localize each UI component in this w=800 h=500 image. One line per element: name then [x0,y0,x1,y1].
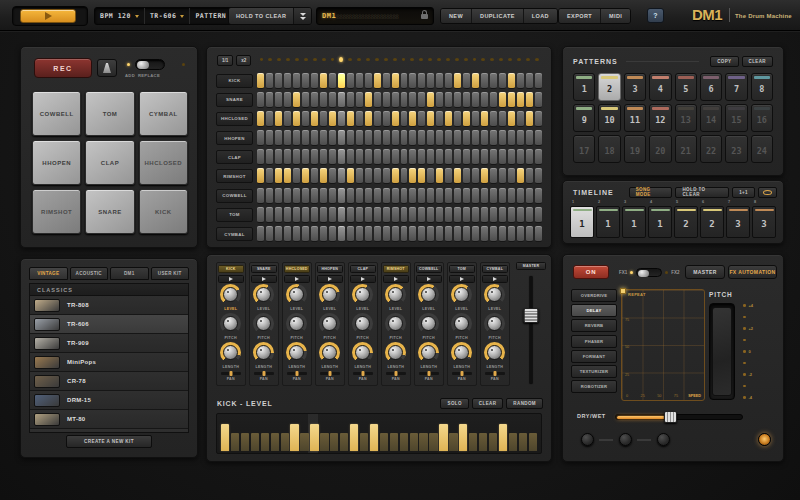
step-cell[interactable] [374,92,381,108]
timeline-slot-6[interactable]: 2 [700,206,724,238]
step-cell[interactable] [329,207,336,223]
kit-dropdown[interactable]: TR-606 [145,8,190,24]
step-cell[interactable] [392,226,399,242]
step-cell[interactable] [499,207,506,223]
drum-pad-tom[interactable]: TOM [85,91,134,136]
step-cell[interactable] [293,226,300,242]
step-cell[interactable] [535,207,542,223]
velocity-bar[interactable] [281,433,289,451]
tab-vintage[interactable]: VINTAGE [29,267,68,280]
load-button[interactable]: LOAD [524,9,557,23]
step-cell[interactable] [445,188,452,204]
step-cell[interactable] [454,188,461,204]
step-cell[interactable] [463,149,470,165]
velocity-bar[interactable] [231,433,239,451]
pitch-knob[interactable] [418,313,439,334]
step-cell[interactable] [293,73,300,89]
fx-effect-texturizer[interactable]: TEXTURIZER [571,365,617,378]
pan-slider[interactable] [386,372,406,375]
step-cell[interactable] [383,168,390,184]
step-cell[interactable] [338,188,345,204]
timeline-clear-button[interactable]: HOLD TO CLEAR [675,187,729,198]
step-cell[interactable] [463,207,470,223]
step-cell[interactable] [311,188,318,204]
step-cell[interactable] [266,226,273,242]
timeline-slot-1[interactable]: 1 [570,206,594,238]
velocity-bar[interactable] [459,424,467,451]
step-cell[interactable] [293,168,300,184]
step-cell[interactable] [266,149,273,165]
velocity-bar[interactable] [320,433,328,451]
track-label[interactable]: CYMBAL [216,227,253,241]
step-cell[interactable] [517,226,524,242]
pitch-knob[interactable] [385,313,406,334]
strip-name-button[interactable]: SNARE [251,265,277,273]
step-cell[interactable] [427,226,434,242]
step-cell[interactable] [311,73,318,89]
level-knob[interactable] [319,284,340,305]
step-cell[interactable] [409,188,416,204]
drum-pad-hhopen[interactable]: HHOPEN [32,140,81,185]
step-cell[interactable] [392,73,399,89]
step-cell[interactable] [302,111,309,127]
timeline-slot-7[interactable]: 3 [726,206,750,238]
step-cell[interactable] [293,111,300,127]
velocity-bar[interactable] [390,433,398,451]
pan-slider[interactable] [419,372,439,375]
velocity-bar[interactable] [350,424,358,451]
step-cell[interactable] [320,226,327,242]
pitch-slider-thumb[interactable] [712,307,732,396]
strip-preview-button[interactable] [218,275,244,283]
step-cell[interactable] [463,73,470,89]
fx-automation-button[interactable]: FX AUTOMATION [728,265,777,279]
length-double-button[interactable]: x2 [236,55,251,66]
step-cell[interactable] [347,130,354,146]
length-knob[interactable] [352,342,373,363]
pitch-knob[interactable] [484,313,505,334]
drum-pad-hhclosed[interactable]: HHCLOSED [139,140,188,185]
add-replace-switch[interactable] [135,59,165,70]
step-cell[interactable] [356,130,363,146]
step-cell[interactable] [517,111,524,127]
step-cell[interactable] [383,207,390,223]
step-cell[interactable] [535,226,542,242]
step-cell[interactable] [481,130,488,146]
velocity-bar[interactable] [370,424,378,451]
step-cell[interactable] [472,188,479,204]
step-cell[interactable] [365,111,372,127]
step-cell[interactable] [347,149,354,165]
step-cell[interactable] [401,130,408,146]
step-cell[interactable] [266,111,273,127]
new-button[interactable]: NEW [441,9,472,23]
fx-effect-phaser[interactable]: PHASER [571,335,617,348]
step-cell[interactable] [338,226,345,242]
step-cell[interactable] [472,130,479,146]
tab-dm1[interactable]: DM1 [110,267,149,280]
step-cell[interactable] [275,149,282,165]
pattern-button-3[interactable]: 3 [624,73,646,101]
step-cell[interactable] [517,149,524,165]
step-cell[interactable] [266,73,273,89]
pattern-button-23[interactable]: 23 [725,135,747,163]
length-knob[interactable] [418,342,439,363]
step-cell[interactable] [401,226,408,242]
pattern-button-2[interactable]: 2 [598,73,620,101]
step-cell[interactable] [445,207,452,223]
pattern-button-24[interactable]: 24 [751,135,773,163]
step-cell[interactable] [418,188,425,204]
strip-name-button[interactable]: HHCLOSED [284,265,310,273]
step-cell[interactable] [454,149,461,165]
velocity-bar[interactable] [439,424,447,451]
step-cell[interactable] [526,130,533,146]
step-cell[interactable] [284,73,291,89]
strip-preview-button[interactable] [416,275,442,283]
step-cell[interactable] [266,207,273,223]
pattern-button-5[interactable]: 5 [675,73,697,101]
step-cell[interactable] [490,188,497,204]
step-cell[interactable] [526,226,533,242]
kit-item-tr-808[interactable]: TR-808 [30,296,188,315]
pattern-button-18[interactable]: 18 [598,135,620,163]
velocity-bar[interactable] [419,433,427,451]
step-cell[interactable] [526,188,533,204]
step-cell[interactable] [329,188,336,204]
